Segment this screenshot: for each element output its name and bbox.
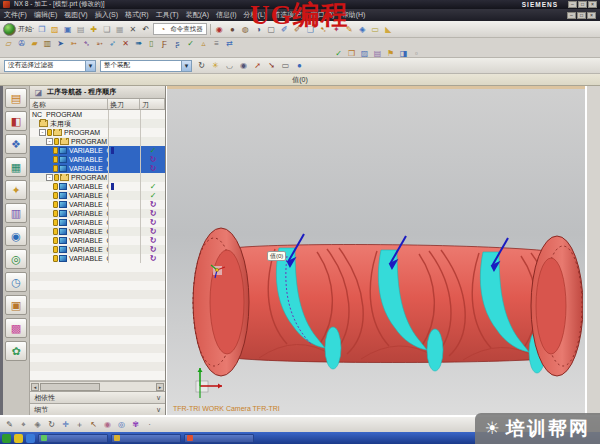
paste-icon[interactable]: ▦ xyxy=(114,24,125,35)
select-arrow-icon[interactable]: ➚ xyxy=(252,60,263,71)
cut-icon[interactable]: ✚ xyxy=(88,24,99,35)
shaded-view-icon[interactable]: ● xyxy=(227,24,238,35)
tree-row[interactable]: VARIABLE_CON...✓ xyxy=(30,191,165,200)
doc-close-button[interactable]: × xyxy=(587,12,596,19)
start-orb-icon[interactable] xyxy=(2,434,11,443)
create-geometry-icon[interactable]: ▰ xyxy=(29,38,40,49)
selection-filter-dropdown[interactable]: 没有选择过滤器 ▼ xyxy=(4,60,96,72)
constraint-navigator-icon[interactable]: ◧ xyxy=(5,111,27,131)
transform-icon[interactable]: ⇄ xyxy=(224,38,235,49)
tree-expander-icon[interactable]: - xyxy=(39,129,46,136)
menu-item[interactable]: 信息(I) xyxy=(216,10,237,20)
tree-row[interactable]: -PROGRAM_2 xyxy=(30,173,165,182)
doc-minimize-button[interactable]: – xyxy=(567,12,576,19)
update-list-icon[interactable]: ▤ xyxy=(372,48,383,59)
copy-icon[interactable]: ❏ xyxy=(101,24,112,35)
minimize-button[interactable]: – xyxy=(568,1,577,8)
web-browser-icon[interactable]: ◎ xyxy=(5,249,27,269)
tree-row[interactable]: VARIABLE_CON...↻ xyxy=(30,236,165,245)
scroll-right-icon[interactable]: ▸ xyxy=(156,383,164,391)
reuse-library-icon[interactable]: ▥ xyxy=(5,203,27,223)
app-blue-icon[interactable] xyxy=(26,434,35,443)
rotate-icon[interactable]: ✾ xyxy=(130,419,141,430)
save-icon[interactable]: ▣ xyxy=(62,24,73,35)
undo-icon[interactable]: ↶ xyxy=(140,24,151,35)
person-icon[interactable]: ◉ xyxy=(102,419,113,430)
rect-select-icon[interactable]: ▭ xyxy=(280,60,291,71)
history-icon[interactable]: ◷ xyxy=(5,272,27,292)
tree-row[interactable]: VARIABLE_CON...↻ xyxy=(30,218,165,227)
new-file-icon[interactable]: ❐ xyxy=(36,24,47,35)
menu-item[interactable]: 视图(V) xyxy=(64,10,87,20)
operation-navigator-icon[interactable]: ▦ xyxy=(5,157,27,177)
hd3d-tools-icon[interactable]: ◉ xyxy=(5,226,27,246)
tree-row[interactable]: VARIABLE_CON...↻ xyxy=(30,155,165,164)
tree-row[interactable]: VARIABLE_CON...✓ xyxy=(30,182,165,191)
first-selection-icon[interactable]: ⌖ xyxy=(18,419,29,430)
task-window-2[interactable] xyxy=(111,434,181,443)
task-window-3[interactable] xyxy=(184,434,254,443)
close-button[interactable]: × xyxy=(588,1,597,8)
boundary-icon[interactable]: ▵ xyxy=(198,38,209,49)
zoom-icon[interactable]: ◎ xyxy=(116,419,127,430)
menu-item[interactable]: 文件(F) xyxy=(4,10,27,20)
edit-object-icon[interactable]: ✎ xyxy=(4,419,15,430)
lasso-icon[interactable]: ➘ xyxy=(266,60,277,71)
tree-row[interactable]: -PROGRAM xyxy=(30,128,165,137)
refresh-view-icon[interactable]: ↻ xyxy=(46,419,57,430)
sphere-icon[interactable]: ● xyxy=(294,60,305,71)
gouge-check-icon[interactable]: ✓ xyxy=(185,38,196,49)
print-icon[interactable]: ▤ xyxy=(75,24,86,35)
task-window-1[interactable] xyxy=(38,434,108,443)
navigator-horizontal-scrollbar[interactable]: ◂ ▸ xyxy=(30,381,165,391)
command-finder[interactable]: ◔ 命令查找器 xyxy=(153,23,207,35)
start-menu-icon[interactable] xyxy=(3,23,16,36)
tree-row[interactable]: VARIABLE_CON...↻ xyxy=(30,200,165,209)
graphics-viewport[interactable]: 值(0) TFR-TRI WORK Camera TFR-TRI xyxy=(166,86,585,415)
machining-wizard-icon[interactable]: ✦ xyxy=(5,180,27,200)
create-tool-icon[interactable]: ✇ xyxy=(16,38,27,49)
maximize-button[interactable]: □ xyxy=(578,1,587,8)
generate-toolpath-icon[interactable]: ➳ xyxy=(68,38,79,49)
menu-item[interactable]: 工具(T) xyxy=(156,10,179,20)
tree-row[interactable]: VARIABLE_CON...↻ xyxy=(30,164,165,173)
chamfer-icon[interactable]: ◣ xyxy=(383,24,394,35)
eye-icon[interactable]: ◉ xyxy=(238,60,249,71)
list-toolpath-icon[interactable]: ➵ xyxy=(94,38,105,49)
fit-view-icon[interactable]: ✛ xyxy=(60,419,71,430)
assembly-navigator-icon[interactable]: ▤ xyxy=(5,88,27,108)
tool-motion-icon[interactable]: ʂ xyxy=(172,38,183,49)
details-fold-bar[interactable]: 细节 ∨ xyxy=(30,403,165,415)
menu-item[interactable]: 格式(R) xyxy=(125,10,149,20)
refresh-icon[interactable]: ↻ xyxy=(196,60,207,71)
navigator-pin-icon[interactable]: ◪ xyxy=(33,87,44,98)
tree-row[interactable]: 未用项 xyxy=(30,119,165,128)
open-folder-icon[interactable]: ▨ xyxy=(49,24,60,35)
palette-icon[interactable]: ▩ xyxy=(5,318,27,338)
column-header-toolchange[interactable]: 换刀 xyxy=(108,99,140,109)
tree-row[interactable]: VARIABLE_CON...↻ xyxy=(30,254,165,263)
verify-toolpath-icon[interactable]: ➴ xyxy=(81,38,92,49)
select-tool-icon[interactable]: ↖ xyxy=(88,419,99,430)
column-header-path[interactable]: 刀 xyxy=(140,99,165,109)
selection-scope-dropdown[interactable]: 整个装配 ▼ xyxy=(100,60,192,72)
level-icon[interactable]: ≡ xyxy=(211,38,222,49)
dot-icon[interactable]: · xyxy=(144,419,155,430)
app-yellow-icon[interactable] xyxy=(14,434,23,443)
scroll-left-icon[interactable]: ◂ xyxy=(31,383,39,391)
navigator-title-bar[interactable]: ◪ 工序导航器 - 程序顺序 xyxy=(30,86,165,99)
menu-item[interactable]: 插入(S) xyxy=(95,10,118,20)
object-display-icon[interactable]: ▨ xyxy=(359,48,370,59)
view-manip-icon[interactable]: ◨ xyxy=(398,48,409,59)
doc-restore-button[interactable]: □ xyxy=(577,12,586,19)
column-header-name[interactable]: 名称 xyxy=(30,99,108,109)
create-program-icon[interactable]: ▱ xyxy=(3,38,14,49)
menu-item[interactable]: 编辑(E) xyxy=(34,10,57,20)
delete-icon[interactable]: ✕ xyxy=(127,24,138,35)
machine-sim-icon[interactable]: ➶ xyxy=(107,38,118,49)
flag-icon[interactable]: ⚑ xyxy=(385,48,396,59)
tree-row[interactable]: -PROGRAM_1 xyxy=(30,137,165,146)
plus-icon[interactable]: ＋ xyxy=(74,419,85,430)
delete-toolpath-icon[interactable]: ✕ xyxy=(120,38,131,49)
create-method-icon[interactable]: ▥ xyxy=(42,38,53,49)
